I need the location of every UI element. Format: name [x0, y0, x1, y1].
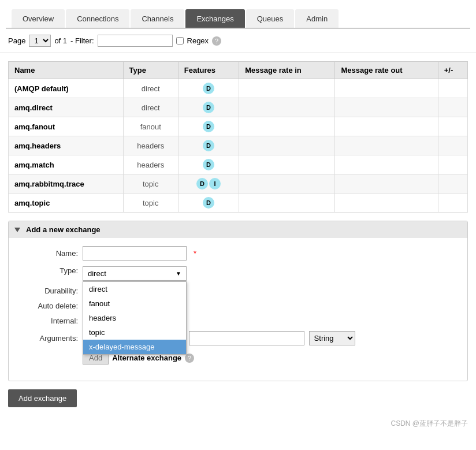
type-option-topic[interactable]: topic	[83, 325, 186, 340]
feature-badge: D	[203, 140, 214, 151]
cell-plusminus	[438, 117, 467, 136]
cell-rate-in	[239, 117, 335, 136]
type-option-headers[interactable]: headers	[83, 311, 186, 325]
add-exchange-title: Add a new exchange	[26, 225, 101, 234]
cell-plusminus	[438, 194, 467, 213]
cell-features: D	[178, 98, 239, 117]
page-label: Page	[8, 36, 25, 45]
table-row[interactable]: amq.fanoutfanoutD	[9, 117, 468, 136]
cell-features: DI	[178, 174, 239, 194]
type-option-xdelayed[interactable]: x-delayed-message	[83, 340, 186, 354]
cell-name: amq.rabbitmq.trace	[9, 174, 124, 194]
regex-help-icon[interactable]: ?	[212, 36, 221, 46]
filter-label: - Filter:	[70, 36, 94, 45]
col-type: Type	[123, 62, 178, 79]
cell-rate-out	[335, 136, 438, 155]
filter-input[interactable]	[98, 35, 173, 47]
cell-type: headers	[123, 155, 178, 174]
feature-badge: D	[196, 178, 208, 189]
tab-queues[interactable]: Queues	[246, 9, 295, 28]
col-rate-in: Message rate in	[239, 62, 335, 79]
col-features: Features	[178, 62, 239, 79]
exchanges-table-wrapper: Name Type Features Message rate in Messa…	[0, 53, 476, 221]
cell-features: D	[178, 136, 239, 155]
autodelete-label: Auto delete:	[20, 302, 78, 310]
cell-plusminus	[438, 155, 467, 174]
arguments-value-input[interactable]	[189, 331, 304, 345]
type-option-fanout[interactable]: fanout	[83, 296, 186, 311]
page-select[interactable]: 1	[29, 35, 51, 47]
cell-plusminus	[438, 98, 467, 117]
cell-type: topic	[123, 194, 178, 213]
feature-badge: I	[209, 178, 221, 189]
regex-checkbox[interactable]	[176, 37, 184, 44]
cell-features: D	[178, 117, 239, 136]
type-select-display[interactable]: direct ▼	[83, 266, 187, 281]
tab-connections[interactable]: Connections	[66, 9, 129, 28]
watermark: CSDN @蓝胖子不是胖子	[0, 415, 476, 432]
table-row[interactable]: amq.headersheadersD	[9, 136, 468, 155]
exchanges-table: Name Type Features Message rate in Messa…	[8, 61, 468, 213]
feature-badge: D	[203, 83, 214, 94]
cell-rate-out	[335, 155, 438, 174]
tab-admin[interactable]: Admin	[295, 9, 339, 28]
add-exchange-button[interactable]: Add exchange	[8, 389, 77, 407]
col-rate-out: Message rate out	[335, 62, 438, 79]
cell-rate-in	[239, 174, 335, 194]
feature-badge: D	[203, 159, 214, 170]
cell-rate-out	[335, 194, 438, 213]
feature-badge: D	[203, 121, 214, 132]
cell-plusminus	[438, 136, 467, 155]
type-dropdown-list: direct fanout headers topic x-delayed-me…	[83, 281, 187, 355]
cell-name: (AMQP default)	[9, 79, 124, 98]
type-row: Type: direct ▼ direct fanout headers top…	[20, 266, 456, 281]
type-selected-value: direct	[88, 269, 176, 278]
alternate-exchange-label: Alternate exchange	[112, 354, 181, 362]
cell-name: amq.headers	[9, 136, 124, 155]
cell-features: D	[178, 194, 239, 213]
name-label: Name:	[20, 249, 78, 258]
cell-type: topic	[123, 174, 178, 194]
table-row[interactable]: amq.rabbitmq.tracetopicDI	[9, 174, 468, 194]
tab-exchanges[interactable]: Exchanges	[185, 9, 244, 28]
name-input[interactable]	[83, 246, 187, 261]
add-exchange-section: Add a new exchange Name: * Type: direct …	[8, 221, 468, 381]
table-row[interactable]: amq.matchheadersD	[9, 155, 468, 174]
tab-bar: Overview Connections Channels Exchanges …	[6, 9, 470, 29]
table-row[interactable]: (AMQP default)directD	[9, 79, 468, 98]
cell-name: amq.topic	[9, 194, 124, 213]
type-option-direct[interactable]: direct	[83, 282, 186, 296]
cell-name: amq.fanout	[9, 117, 124, 136]
internal-label: Internal:	[20, 317, 78, 325]
collapse-icon	[14, 228, 20, 232]
cell-name: amq.direct	[9, 98, 124, 117]
cell-plusminus	[438, 79, 467, 98]
pagination-row: Page 1 of 1 - Filter: Regex ?	[0, 29, 476, 53]
cell-rate-in	[239, 194, 335, 213]
col-plusminus: +/-	[438, 62, 467, 79]
cell-type: direct	[123, 98, 178, 117]
required-star: *	[194, 249, 196, 258]
name-row: Name: *	[20, 246, 456, 261]
cell-name: amq.match	[9, 155, 124, 174]
table-row[interactable]: amq.directdirectD	[9, 98, 468, 117]
regex-label: Regex	[187, 36, 209, 45]
cell-rate-in	[239, 155, 335, 174]
arguments-label: Arguments:	[20, 334, 78, 343]
cell-rate-in	[239, 136, 335, 155]
cell-rate-out	[335, 174, 438, 194]
tab-overview[interactable]: Overview	[12, 9, 65, 28]
add-exchange-header[interactable]: Add a new exchange	[9, 221, 467, 238]
type-label: Type:	[20, 266, 78, 275]
cell-rate-out	[335, 79, 438, 98]
arguments-type-select[interactable]: String Number Boolean	[309, 331, 355, 345]
cell-features: D	[178, 79, 239, 98]
feature-badge: D	[203, 102, 214, 113]
tab-channels[interactable]: Channels	[131, 9, 184, 28]
cell-type: direct	[123, 79, 178, 98]
cell-type: fanout	[123, 117, 178, 136]
table-row[interactable]: amq.topictopicD	[9, 194, 468, 213]
cell-rate-in	[239, 98, 335, 117]
type-dropdown-arrow: ▼	[176, 270, 181, 277]
feature-badge: D	[203, 197, 214, 209]
